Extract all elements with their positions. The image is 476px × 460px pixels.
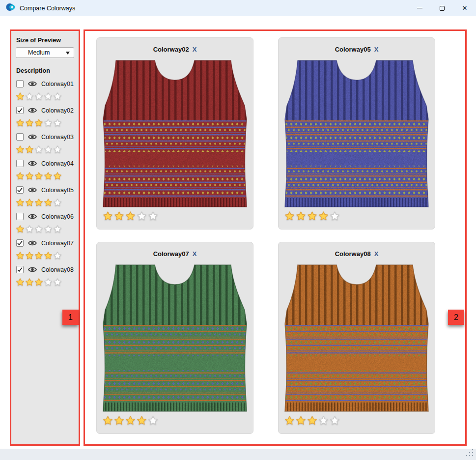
visibility-eye-button[interactable]: [28, 107, 37, 114]
star-icon[interactable]: [34, 172, 43, 180]
star-icon[interactable]: [25, 145, 34, 154]
star-icon[interactable]: [103, 211, 113, 221]
star-icon[interactable]: [16, 198, 25, 207]
star-icon[interactable]: [44, 118, 53, 127]
colorway-row: Colorway04: [16, 159, 75, 168]
star-icon[interactable]: [284, 415, 295, 426]
card-header: Colorway08X: [279, 250, 435, 258]
star-icon[interactable]: [318, 415, 329, 426]
star-icon[interactable]: [307, 211, 317, 221]
star-icon[interactable]: [34, 92, 43, 101]
colorway-visible-checkbox[interactable]: [16, 239, 24, 247]
star-icon[interactable]: [34, 145, 43, 154]
titlebar: Compare Colorways ✕: [0, 0, 476, 16]
star-icon[interactable]: [34, 118, 43, 127]
star-icon[interactable]: [25, 251, 34, 260]
visibility-eye-button[interactable]: [28, 187, 37, 193]
eye-icon: [28, 134, 37, 140]
size-of-preview-label: Size of Preview: [16, 37, 75, 44]
visibility-eye-button[interactable]: [28, 240, 37, 246]
colorway-visible-checkbox[interactable]: [16, 213, 24, 220]
minimize-button[interactable]: [408, 0, 431, 16]
star-icon[interactable]: [53, 251, 62, 260]
star-icon[interactable]: [16, 145, 25, 154]
colorway-visible-checkbox[interactable]: [16, 107, 24, 114]
colorway-rating: [16, 92, 75, 101]
star-icon[interactable]: [34, 251, 43, 260]
star-icon[interactable]: [16, 251, 25, 260]
star-icon[interactable]: [44, 278, 53, 287]
colorway-label: Colorway02: [41, 107, 74, 114]
colorway-visible-checkbox[interactable]: [16, 80, 24, 87]
star-icon[interactable]: [148, 415, 158, 426]
star-icon[interactable]: [16, 278, 25, 287]
star-icon[interactable]: [53, 225, 62, 233]
star-icon[interactable]: [44, 251, 53, 260]
star-icon[interactable]: [25, 172, 34, 180]
star-icon[interactable]: [34, 198, 43, 207]
star-icon[interactable]: [103, 415, 113, 426]
colorway-row: Colorway07: [16, 239, 75, 247]
star-icon[interactable]: [34, 225, 43, 233]
star-icon[interactable]: [114, 211, 124, 221]
star-icon[interactable]: [148, 211, 158, 221]
visibility-eye-button[interactable]: [28, 81, 37, 87]
star-icon[interactable]: [125, 415, 136, 426]
star-icon[interactable]: [330, 415, 340, 426]
card-close-button[interactable]: X: [193, 46, 197, 53]
card-close-button[interactable]: X: [374, 46, 379, 53]
star-icon[interactable]: [16, 225, 25, 233]
colorway-visible-checkbox[interactable]: [16, 266, 24, 273]
window-controls: ✕: [408, 0, 476, 16]
star-icon[interactable]: [307, 415, 317, 426]
sweater-preview-image: [284, 263, 429, 413]
star-icon[interactable]: [44, 92, 53, 101]
colorway-visible-checkbox[interactable]: [16, 133, 24, 141]
star-icon[interactable]: [284, 211, 295, 221]
card-close-button[interactable]: X: [193, 250, 197, 258]
colorway-rating: [16, 198, 75, 207]
star-icon[interactable]: [16, 118, 25, 127]
card-close-button[interactable]: X: [374, 250, 379, 258]
star-icon[interactable]: [25, 278, 34, 287]
star-icon[interactable]: [296, 415, 306, 426]
visibility-eye-button[interactable]: [28, 134, 37, 140]
close-button[interactable]: ✕: [453, 0, 476, 16]
visibility-eye-button[interactable]: [28, 266, 37, 273]
star-icon[interactable]: [53, 172, 62, 180]
star-icon[interactable]: [25, 198, 34, 207]
star-icon[interactable]: [53, 278, 62, 287]
star-icon[interactable]: [318, 211, 329, 221]
visibility-eye-button[interactable]: [28, 213, 37, 220]
star-icon[interactable]: [125, 211, 136, 221]
star-icon[interactable]: [25, 118, 34, 127]
star-icon[interactable]: [53, 145, 62, 154]
colorway-visible-checkbox[interactable]: [16, 160, 24, 167]
star-icon[interactable]: [44, 145, 53, 154]
star-icon[interactable]: [44, 225, 53, 233]
star-icon[interactable]: [16, 92, 25, 101]
star-icon[interactable]: [114, 415, 124, 426]
star-icon[interactable]: [53, 118, 62, 127]
preview-size-dropdown[interactable]: Medium: [16, 47, 74, 58]
visibility-eye-button[interactable]: [28, 160, 37, 167]
star-icon[interactable]: [53, 198, 62, 207]
star-icon[interactable]: [44, 172, 53, 180]
star-icon[interactable]: [25, 225, 34, 233]
colorway-rating: [16, 278, 75, 287]
colorway-visible-checkbox[interactable]: [16, 186, 24, 194]
annotation-badge-2: 2: [448, 310, 464, 325]
star-icon[interactable]: [53, 92, 62, 101]
card-rating: [103, 211, 158, 221]
resize-grip[interactable]: [465, 448, 474, 459]
card-title: Colorway07: [153, 250, 189, 258]
star-icon[interactable]: [137, 211, 147, 221]
star-icon[interactable]: [25, 92, 34, 101]
star-icon[interactable]: [137, 415, 147, 426]
star-icon[interactable]: [16, 172, 25, 180]
star-icon[interactable]: [44, 198, 53, 207]
star-icon[interactable]: [330, 211, 340, 221]
maximize-button[interactable]: [431, 0, 453, 16]
star-icon[interactable]: [296, 211, 306, 221]
star-icon[interactable]: [34, 278, 43, 287]
